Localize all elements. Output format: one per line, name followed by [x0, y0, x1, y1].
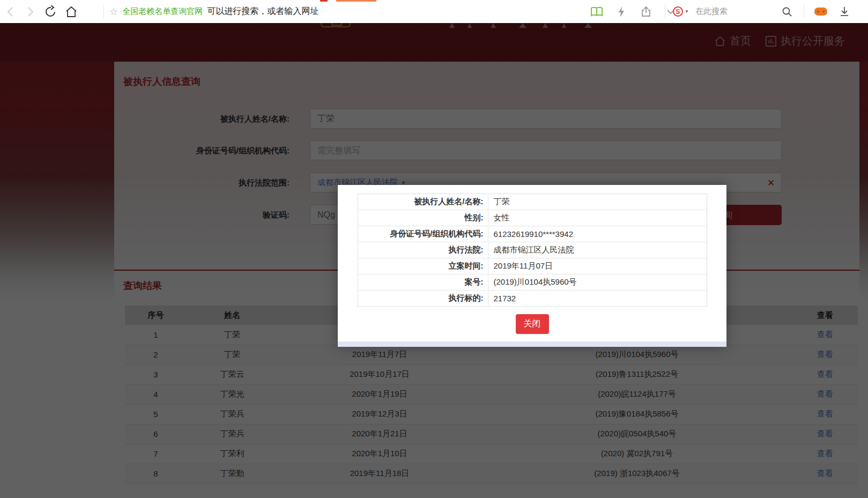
reload-icon[interactable] [44, 5, 58, 19]
home-icon[interactable] [64, 5, 78, 19]
detail-label: 身份证号码/组织机构代码: [358, 226, 488, 242]
webpage: 首页 执行公开服务 被执行人信息查询 被执行人姓名/名称: 身份证号码/组织机构… [0, 23, 868, 498]
tab-accent-orange [336, 0, 376, 2]
forward-icon[interactable] [24, 5, 38, 19]
search-engine-caret-icon[interactable]: ▼ [685, 9, 689, 14]
detail-modal: 被执行人姓名/名称: 丁荣 性别: 女性 身份证号码/组织机构代码: 61232… [338, 185, 726, 347]
detail-label: 性别: [358, 210, 488, 226]
toolbar-separator [665, 5, 665, 18]
toolbar-separator [103, 5, 104, 18]
share-icon[interactable] [639, 5, 653, 19]
game-center-icon[interactable] [814, 5, 828, 19]
detail-value: 女性 [488, 210, 707, 226]
search-input[interactable]: 在此搜索 [695, 6, 728, 17]
detail-value: 2019年11月07日 [488, 258, 707, 274]
detail-table: 被执行人姓名/名称: 丁荣 性别: 女性 身份证号码/组织机构代码: 61232… [358, 194, 707, 307]
detail-label: 被执行人姓名/名称: [358, 194, 488, 210]
bookmark-title[interactable]: 全国老赖名单查询官网 [122, 6, 203, 17]
detail-value: 成都市锦江区人民法院 [488, 242, 707, 258]
modal-close-button[interactable]: 关闭 [516, 314, 549, 334]
detail-value: 61232619910****3942 [488, 226, 707, 242]
search-icon[interactable] [780, 5, 794, 19]
detail-value: 21732 [488, 291, 707, 307]
reading-mode-icon[interactable] [590, 5, 604, 19]
flash-icon[interactable] [614, 5, 628, 19]
detail-value: (2019)川0104执5960号 [488, 274, 707, 291]
sogou-logo-icon[interactable]: S [673, 6, 683, 17]
browser-toolbar: ☆ 全国老赖名单查询官网 可以进行搜索，或者输入网址 S ▼ 在此搜索 [0, 0, 868, 23]
back-icon[interactable] [3, 5, 17, 19]
detail-label: 执行标的: [358, 291, 488, 307]
toolbar-separator [804, 5, 804, 18]
detail-label: 执行法院: [358, 242, 488, 258]
detail-label: 案号: [358, 274, 488, 291]
tab-accent-red [320, 0, 328, 2]
detail-label: 立案时间: [358, 258, 488, 274]
bookmark-star-icon[interactable]: ☆ [109, 6, 118, 18]
address-bar-hint[interactable]: 可以进行搜索，或者输入网址 [207, 6, 318, 17]
detail-value: 丁荣 [488, 194, 707, 210]
download-icon[interactable] [837, 5, 851, 19]
